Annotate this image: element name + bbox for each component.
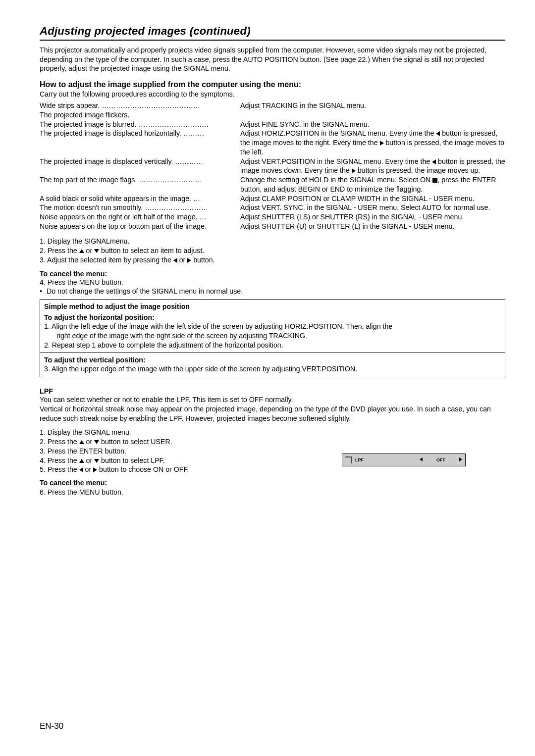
right-arrow-icon[interactable] (459, 457, 462, 462)
vert-title: To adjust the vertical position: (44, 356, 501, 364)
symptom-row: The top part of the image flags. …………………… (40, 175, 505, 194)
cancel-step: 4. Press the MENU button. (40, 278, 505, 287)
symptom-remedy: Adjust SHUTTER (U) or SHUTTER (L) in the… (240, 222, 505, 231)
symptom-label: The projected image is blurred. ……………………… (40, 120, 240, 129)
step-text: button to select USER. (99, 438, 172, 446)
box-step: 1. Align the left edge of the image with… (44, 322, 501, 331)
right-arrow-icon (352, 166, 356, 174)
up-arrow-icon (79, 456, 84, 464)
symptom-row: The projected image is displaced horizon… (40, 129, 505, 156)
menu-icon (345, 456, 352, 463)
lpf-step-4: 4. Press the or button to select LPF. (40, 456, 342, 465)
lpf-row: 1. Display the SIGNAL menu. 2. Press the… (40, 428, 505, 497)
symptom-label: The projected image is displaced vertica… (40, 157, 240, 175)
symptom-remedy (240, 110, 505, 120)
cancel-step: 6. Press the MENU button. (40, 488, 342, 497)
symptom-label: Noise appears on the right or left half … (40, 212, 240, 222)
symptom-row: A solid black or solid white appears in … (40, 194, 505, 203)
step-text: 2. Press the (40, 247, 79, 254)
enter-icon (432, 176, 437, 184)
step-2: 2. Press the or button to select an item… (40, 246, 505, 255)
page-title: Adjusting projected images (continued) (40, 25, 505, 41)
symptom-row: Noise appears on the top or bottom part … (40, 222, 505, 231)
box-step: right edge of the image with the right s… (44, 331, 501, 341)
procedure-list: 1. Display the SIGNALmenu. 2. Press the … (40, 237, 505, 264)
intro-text: This projector automatically and properl… (40, 46, 505, 73)
carry-line: Carry out the following procedures accor… (40, 90, 505, 98)
up-arrow-icon (79, 438, 84, 446)
symptom-row: The projected image flickers. (40, 110, 505, 120)
symptom-table: Wide strips appear. …………………………………… Adjus… (40, 101, 505, 231)
symptom-remedy: Adjust CLAMP POSITION or CLAMP WIDTH in … (240, 194, 505, 203)
symptom-remedy: Adjust HORIZ.POSITION in the SIGNAL menu… (240, 129, 505, 156)
symptom-row: The projected image is displaced vertica… (40, 157, 505, 175)
symptom-label: The top part of the image flags. …………………… (40, 175, 240, 194)
lpf-text: You can select whether or not to enable … (40, 395, 505, 404)
left-arrow-icon (432, 157, 436, 165)
cancel-heading: To cancel the menu: (40, 478, 342, 488)
lpf-step-5: 5. Press the or button to choose ON or O… (40, 465, 342, 474)
step-text: button to select an item to adjust. (99, 247, 204, 254)
step-text: 2. Press the (40, 438, 79, 446)
symptom-remedy: Adjust TRACKING in the SIGNAL menu. (240, 101, 505, 110)
lpf-widget-label: LPF (355, 457, 364, 462)
divider (40, 353, 505, 353)
up-arrow-icon (79, 247, 84, 254)
note-line: Do not change the settings of the SIGNAL… (40, 287, 505, 296)
symptom-remedy: Change the setting of HOLD in the SIGNAL… (240, 175, 505, 194)
right-arrow-icon (93, 465, 97, 473)
symptom-label: The projected image is displaced horizon… (40, 129, 240, 156)
step-text: or (84, 247, 95, 254)
box-step: 3. Align the upper edge of the image wit… (44, 364, 501, 374)
lpf-heading: LPF (40, 387, 505, 395)
symptom-label: A solid black or solid white appears in … (40, 194, 240, 203)
lpf-steps: 1. Display the SIGNAL menu. 2. Press the… (40, 428, 342, 497)
left-arrow-icon (79, 465, 83, 473)
symptom-label: The projected image flickers. (40, 110, 240, 120)
step-text: 4. Press the (40, 456, 79, 464)
step-text: or (84, 438, 95, 446)
symptom-row: Wide strips appear. …………………………………… Adjus… (40, 101, 505, 110)
remedy-text: Adjust HORIZ.POSITION in the SIGNAL menu… (240, 129, 436, 137)
right-arrow-icon (380, 139, 384, 147)
lpf-menu-item[interactable]: LPF OFF (342, 454, 466, 466)
step-text: 5. Press the (40, 465, 79, 473)
left-arrow-icon (173, 256, 177, 264)
box-title: Simple method to adjust the image positi… (44, 302, 501, 310)
step-3: 3. Adjust the selected item by pressing … (40, 255, 505, 265)
down-arrow-icon (94, 438, 99, 446)
remedy-text: Change the setting of HOLD in the SIGNAL… (240, 176, 432, 184)
step-text: button. (191, 256, 214, 264)
step-text: or (83, 465, 94, 473)
down-arrow-icon (94, 247, 99, 254)
symptom-remedy: Adjust VERT. SYNC. in the SIGNAL - USER … (240, 203, 505, 212)
symptom-row: The projected image is blurred. ……………………… (40, 120, 505, 129)
symptom-row: The motion doesn't run smoothly. …………………… (40, 203, 505, 212)
symptom-label: Noise appears on the top or bottom part … (40, 222, 240, 231)
horiz-title: To adjust the horizontal position: (44, 313, 501, 321)
lpf-step-1: 1. Display the SIGNAL menu. (40, 428, 342, 437)
howto-heading: How to adjust the image supplied from th… (40, 80, 505, 89)
step-1: 1. Display the SIGNALmenu. (40, 237, 505, 246)
step-text: or (84, 456, 95, 464)
lpf-text: Vertical or horizontal streak noise may … (40, 404, 505, 423)
symptom-label: Wide strips appear. …………………………………… (40, 101, 240, 110)
symptom-row: Noise appears on the right or left half … (40, 212, 505, 222)
lpf-widget-wrap: LPF OFF (342, 428, 466, 466)
lpf-widget-value: OFF (436, 457, 445, 462)
lpf-step-2: 2. Press the or button to select USER. (40, 437, 342, 447)
lpf-step-3: 3. Press the ENTER button. (40, 447, 342, 456)
step-text: button to choose ON or OFF. (97, 465, 189, 473)
symptom-remedy: Adjust FINE SYNC. in the SIGNAL menu. (240, 120, 505, 129)
remedy-text: Adjust VERT.POSITION in the SIGNAL menu.… (240, 157, 432, 165)
box-step: 2. Repeat step 1 above to complete the a… (44, 341, 501, 350)
down-arrow-icon (94, 456, 99, 464)
left-arrow-icon[interactable] (420, 457, 423, 462)
page: Adjusting projected images (continued) T… (0, 0, 535, 756)
remedy-text: button is pressed, the image moves up. (356, 166, 481, 174)
cancel-heading: To cancel the menu: (40, 270, 505, 278)
symptom-label: The motion doesn't run smoothly. …………………… (40, 203, 240, 212)
simple-method-box: Simple method to adjust the image positi… (40, 299, 505, 377)
step-text: or (177, 256, 188, 264)
symptom-remedy: Adjust SHUTTER (LS) or SHUTTER (RS) in t… (240, 212, 505, 222)
